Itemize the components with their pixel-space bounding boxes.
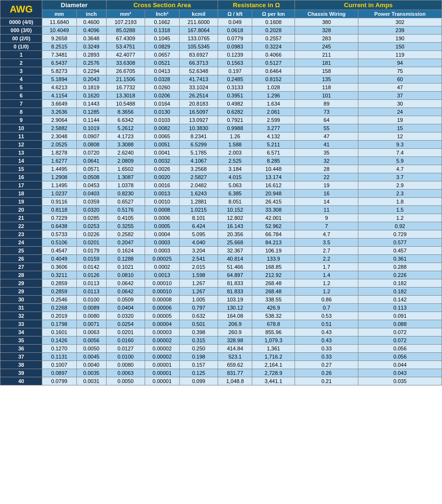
data-cell: 523.1 bbox=[218, 353, 252, 361]
data-cell: 1.6502 bbox=[106, 165, 145, 173]
awg-cell: 9 bbox=[0, 116, 42, 124]
data-cell: 35 bbox=[295, 149, 358, 157]
data-cell: 0.4096 bbox=[76, 26, 106, 35]
awg-cell: 00 (2/0) bbox=[0, 35, 42, 43]
data-cell: 2.9 bbox=[358, 181, 442, 190]
awg-cell: 7 bbox=[0, 100, 42, 108]
data-cell: 0.0403 bbox=[76, 190, 106, 198]
data-cell: 135 bbox=[295, 75, 358, 84]
data-cell: 21.1506 bbox=[106, 75, 145, 84]
data-cell: 84.213 bbox=[252, 239, 295, 247]
data-cell: 1.4495 bbox=[42, 165, 76, 173]
data-cell: 133.9 bbox=[252, 255, 295, 263]
data-cell: 22 bbox=[295, 173, 358, 181]
data-cell: 16.5097 bbox=[179, 108, 218, 116]
data-cell: 0.0179 bbox=[76, 247, 106, 255]
data-cell: 7 bbox=[295, 222, 358, 230]
data-cell: 47 bbox=[295, 132, 358, 141]
data-cell: 0.035 bbox=[358, 377, 442, 385]
data-cell: 0.0907 bbox=[76, 132, 106, 141]
table-row: 92.90640.11446.63420.010313.09270.79212.… bbox=[0, 116, 442, 124]
data-cell: 0.0320 bbox=[106, 312, 145, 320]
data-cell: 0.0082 bbox=[145, 124, 179, 132]
data-cell: 0.3951 bbox=[218, 92, 252, 100]
data-cell: 26.2514 bbox=[179, 92, 218, 100]
data-cell: 11 bbox=[295, 206, 358, 214]
data-cell: 0.7921 bbox=[218, 116, 252, 124]
data-cell: 0.0013 bbox=[145, 190, 179, 198]
data-cell: 0.0285 bbox=[76, 214, 106, 222]
current-header: Current in Amps bbox=[295, 0, 442, 10]
data-cell: 0.1819 bbox=[76, 84, 106, 92]
data-cell: 0.00005 bbox=[145, 312, 179, 320]
data-cell: 0.1620 bbox=[76, 92, 106, 100]
data-cell: 0.0130 bbox=[145, 108, 179, 116]
data-cell: 0.049 bbox=[218, 18, 252, 26]
data-cell: 94 bbox=[358, 59, 442, 67]
table-row: 161.29080.05081.30870.00202.58274.01513.… bbox=[0, 173, 442, 181]
awg-cell: 1 bbox=[0, 51, 42, 59]
table-row: 260.40490.01590.12880.000252.54140.81413… bbox=[0, 255, 442, 263]
awg-cell: 27 bbox=[0, 263, 42, 271]
data-cell: 0.0657 bbox=[145, 51, 179, 59]
data-cell: 1.588 bbox=[218, 141, 252, 149]
table-row: 380.10070.00400.00800.000010.157659.622,… bbox=[0, 361, 442, 369]
table-row: 280.32110.01260.08100.00131.59864.897212… bbox=[0, 271, 442, 279]
data-cell: 158 bbox=[295, 67, 358, 75]
data-cell: 1.634 bbox=[252, 100, 295, 108]
data-cell: 2.6240 bbox=[106, 149, 145, 157]
data-cell: 13.174 bbox=[252, 173, 295, 181]
data-cell: 12.802 bbox=[218, 214, 252, 222]
table-row: 122.05250.08083.30880.00516.52991.5885.2… bbox=[0, 141, 442, 149]
data-cell: 1.7 bbox=[295, 263, 358, 271]
data-cell: 0.0010 bbox=[145, 198, 179, 206]
data-cell: 0.33 bbox=[295, 345, 358, 353]
table-row: 190.91160.03590.65270.00101.28818.05126.… bbox=[0, 198, 442, 206]
data-cell: 0.182 bbox=[358, 288, 442, 296]
data-cell: 8.285 bbox=[252, 157, 295, 165]
data-cell: 0.0020 bbox=[145, 173, 179, 181]
data-cell: 0.398 bbox=[179, 328, 218, 336]
data-cell: 4.1067 bbox=[179, 157, 218, 165]
data-cell: 5.1894 bbox=[42, 75, 76, 84]
data-cell: 0.00002 bbox=[145, 353, 179, 361]
data-cell: 3.2568 bbox=[179, 165, 218, 173]
data-cell: 150 bbox=[358, 43, 442, 51]
data-cell: 0.1019 bbox=[76, 124, 106, 132]
data-cell: 28 bbox=[295, 165, 358, 173]
data-cell: 106.19 bbox=[252, 247, 295, 255]
awg-table: AWG Diameter Cross Section Area Resistan… bbox=[0, 0, 442, 385]
awg-header: AWG bbox=[0, 0, 42, 18]
data-cell: 2.599 bbox=[252, 116, 295, 124]
data-cell: 0.8118 bbox=[42, 206, 76, 214]
data-cell: 16 bbox=[295, 190, 358, 198]
data-cell: 0.2893 bbox=[76, 51, 106, 59]
data-cell: 0.5127 bbox=[252, 59, 295, 67]
table-row: 320.20190.00800.03200.000050.632164.0853… bbox=[0, 312, 442, 320]
data-cell: 0.501 bbox=[179, 320, 218, 328]
data-cell: 0.1624 bbox=[106, 247, 145, 255]
data-cell: 3.6649 bbox=[42, 100, 76, 108]
data-cell: 1.267 bbox=[179, 288, 218, 296]
data-cell: 0.7229 bbox=[42, 214, 76, 222]
data-cell: 60 bbox=[358, 75, 442, 84]
data-cell: 89 bbox=[295, 100, 358, 108]
data-cell: 2.0482 bbox=[179, 181, 218, 190]
table-row: 000 (3/0)10.40490.409685.02880.1318167.8… bbox=[0, 26, 442, 35]
data-cell: 1.2881 bbox=[179, 198, 218, 206]
data-cell: 42.001 bbox=[252, 214, 295, 222]
awg-cell: 14 bbox=[0, 157, 42, 165]
data-cell: 4.040 bbox=[179, 239, 218, 247]
data-cell: 414.84 bbox=[218, 345, 252, 353]
data-cell: 0.0089 bbox=[76, 304, 106, 312]
data-cell: 0.4982 bbox=[218, 100, 252, 108]
data-cell: 0.0080 bbox=[76, 312, 106, 320]
table-row: 360.12700.00500.01270.000020.250414.841,… bbox=[0, 345, 442, 353]
data-cell: 64.897 bbox=[218, 271, 252, 279]
data-cell: 2.2 bbox=[295, 255, 358, 263]
data-cell: 0.00002 bbox=[145, 336, 179, 345]
data-cell: 0.3249 bbox=[76, 43, 106, 51]
data-cell: 0.0779 bbox=[218, 35, 252, 43]
data-cell: 1.296 bbox=[252, 92, 295, 100]
data-cell: 67.4309 bbox=[106, 35, 145, 43]
